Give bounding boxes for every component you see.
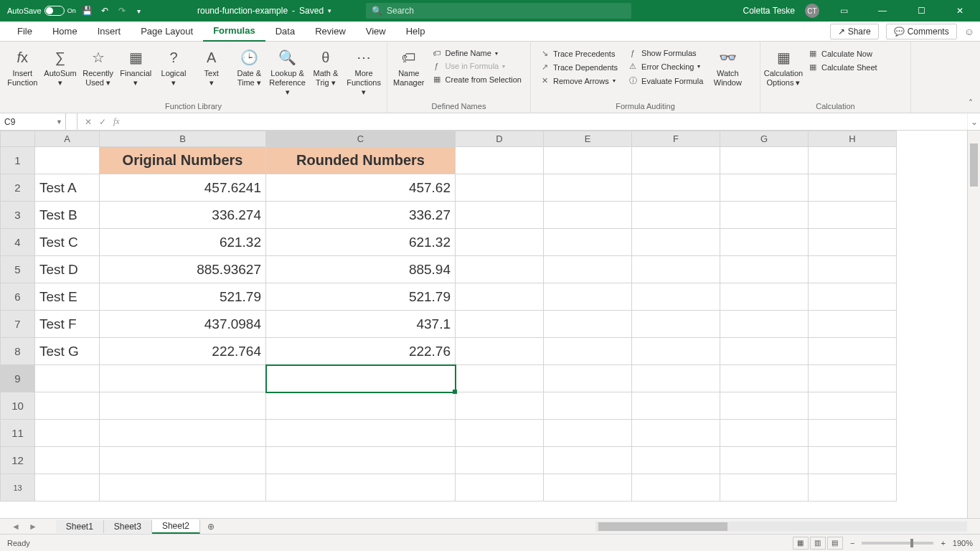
zoom-in-icon[interactable]: +	[941, 539, 945, 547]
sheet-tab-sheet2[interactable]: Sheet2	[152, 519, 200, 534]
use-in-formula-button[interactable]: ƒUse in Formula ▾	[429, 60, 524, 72]
col-header-b[interactable]: B	[100, 131, 266, 147]
cell-c5[interactable]: 885.94	[266, 256, 456, 283]
tab-page-layout[interactable]: Page Layout	[131, 22, 203, 42]
row-header-2[interactable]: 2	[1, 174, 35, 202]
recently-used-button[interactable]: ☆Recently Used ▾	[80, 44, 116, 90]
cell-c2[interactable]: 457.62	[266, 174, 456, 202]
name-box[interactable]: C9▼	[0, 113, 66, 130]
trace-dependents-button[interactable]: ↗Trace Dependents	[537, 61, 621, 73]
tab-formulas[interactable]: Formulas	[203, 22, 265, 42]
col-header-d[interactable]: D	[456, 131, 544, 147]
cell-a4[interactable]: Test C	[35, 229, 100, 256]
cell-a3[interactable]: Test B	[35, 202, 100, 229]
calculate-now-button[interactable]: ▦Calculate Now	[805, 47, 880, 60]
cell-b4[interactable]: 621.32	[100, 229, 266, 256]
horizontal-scrollbar[interactable]	[595, 522, 967, 532]
save-icon[interactable]: 💾	[82, 5, 93, 17]
view-page-layout-icon[interactable]: ▥	[810, 537, 826, 550]
row-header-8[interactable]: 8	[1, 338, 35, 365]
share-button[interactable]: ↗Share	[830, 24, 879, 39]
row-header-9[interactable]: 9	[1, 365, 35, 392]
cell-a5[interactable]: Test D	[35, 256, 100, 283]
zoom-out-icon[interactable]: −	[850, 539, 854, 547]
undo-icon[interactable]: ↶	[99, 5, 110, 17]
calculate-sheet-button[interactable]: ▦Calculate Sheet	[805, 61, 880, 73]
col-header-h[interactable]: H	[809, 131, 897, 147]
cell-a9[interactable]	[35, 365, 100, 392]
sheet-nav-next-icon[interactable]: ►	[24, 522, 42, 532]
cell-b3[interactable]: 336.274	[100, 202, 266, 229]
user-avatar[interactable]: CT	[805, 4, 819, 18]
select-all-corner[interactable]	[1, 131, 35, 147]
create-from-selection-button[interactable]: ▦Create from Selection	[429, 73, 524, 85]
col-header-g[interactable]: G	[720, 131, 809, 147]
define-name-button[interactable]: 🏷Define Name ▾	[429, 47, 524, 59]
cell-b6[interactable]: 521.79	[100, 283, 266, 311]
logical-button[interactable]: ?Logical▾	[156, 44, 192, 90]
cell-c3[interactable]: 336.27	[266, 202, 456, 229]
cell-b9[interactable]	[100, 365, 266, 392]
cell-a7[interactable]: Test F	[35, 311, 100, 338]
expand-formula-icon[interactable]: ⌄	[967, 113, 980, 130]
maximize-icon[interactable]: ☐	[907, 0, 936, 22]
collapse-ribbon-icon[interactable]: ˄	[969, 98, 973, 108]
error-checking-button[interactable]: ⚠Error Checking ▾	[625, 60, 706, 72]
tab-data[interactable]: Data	[265, 22, 305, 42]
row-header-12[interactable]: 12	[1, 447, 35, 474]
cell-c8[interactable]: 222.76	[266, 338, 456, 365]
sheet-nav-prev-icon[interactable]: ◄	[7, 522, 24, 532]
show-formulas-button[interactable]: ƒShow Formulas	[625, 47, 706, 59]
col-header-c[interactable]: C	[266, 131, 456, 147]
qat-customize-icon[interactable]: ▾	[133, 5, 145, 17]
date-time-button[interactable]: 🕒Date & Time ▾	[231, 44, 268, 90]
autosum-button[interactable]: ∑AutoSum▾	[42, 44, 79, 90]
vertical-scrollbar[interactable]	[967, 131, 980, 518]
enter-icon[interactable]: ✓	[99, 117, 106, 127]
remove-arrows-button[interactable]: ✕Remove Arrows ▾	[537, 75, 621, 87]
cancel-icon[interactable]: ✕	[85, 117, 92, 127]
tab-insert[interactable]: Insert	[88, 22, 131, 42]
insert-function-button[interactable]: fxInsert Function	[4, 44, 41, 90]
cell-c6[interactable]: 521.79	[266, 283, 456, 311]
evaluate-formula-button[interactable]: ⓘEvaluate Formula	[625, 74, 706, 88]
row-header-13[interactable]: 13	[1, 474, 35, 501]
zoom-slider[interactable]	[862, 542, 933, 545]
redo-icon[interactable]: ↷	[116, 5, 128, 17]
cell-a2[interactable]: Test A	[35, 174, 100, 202]
text-button[interactable]: AText▾	[193, 44, 230, 90]
calculation-options-button[interactable]: ▦Calculation Options ▾	[765, 44, 802, 90]
tab-file[interactable]: File	[7, 22, 42, 42]
comments-button[interactable]: 💬Comments	[886, 24, 957, 39]
username[interactable]: Coletta Teske	[743, 6, 796, 16]
lookup-reference-button[interactable]: 🔍Lookup & Reference ▾	[269, 44, 306, 100]
view-page-break-icon[interactable]: ▤	[827, 537, 843, 550]
col-header-f[interactable]: F	[632, 131, 720, 147]
cell-b2[interactable]: 457.6241	[100, 174, 266, 202]
row-header-4[interactable]: 4	[1, 229, 35, 256]
search-input[interactable]: 🔍 Search	[366, 3, 631, 19]
view-normal-icon[interactable]: ▦	[793, 537, 809, 550]
sheet-tab-sheet3[interactable]: Sheet3	[104, 520, 152, 533]
tab-review[interactable]: Review	[305, 22, 356, 42]
ribbon-display-icon[interactable]: ▭	[829, 0, 858, 22]
cell-b5[interactable]: 885.93627	[100, 256, 266, 283]
row-header-1[interactable]: 1	[1, 147, 35, 174]
cell-c1[interactable]: Rounded Numbers	[266, 147, 456, 174]
cell-b1[interactable]: Original Numbers	[100, 147, 266, 174]
math-trig-button[interactable]: θMath & Trig ▾	[308, 44, 344, 90]
col-header-a[interactable]: A	[35, 131, 100, 147]
formula-input[interactable]	[127, 113, 967, 130]
cell-c7[interactable]: 437.1	[266, 311, 456, 338]
tab-home[interactable]: Home	[42, 22, 88, 42]
row-header-3[interactable]: 3	[1, 202, 35, 229]
cell-a8[interactable]: Test G	[35, 338, 100, 365]
row-header-11[interactable]: 11	[1, 420, 35, 447]
sheet-tab-sheet1[interactable]: Sheet1	[56, 520, 104, 533]
fx-icon[interactable]: fx	[113, 116, 120, 127]
zoom-level[interactable]: 190%	[953, 539, 973, 547]
financial-button[interactable]: ▦Financial▾	[118, 44, 154, 90]
col-header-e[interactable]: E	[544, 131, 632, 147]
cell-b8[interactable]: 222.764	[100, 338, 266, 365]
cell-a1[interactable]	[35, 147, 100, 174]
